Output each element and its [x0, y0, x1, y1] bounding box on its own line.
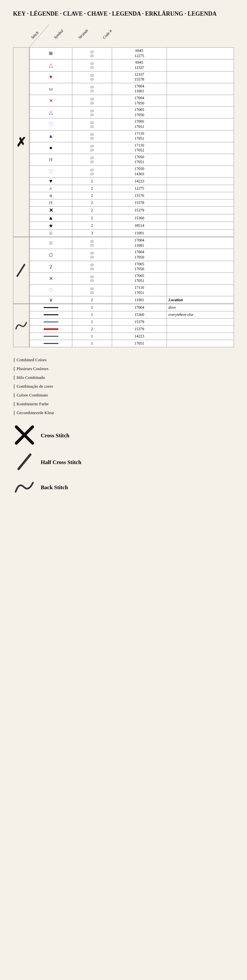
location-cell	[167, 318, 234, 326]
half-cross-stitch-section: ⊞ {1{1 1700411001 ∅ {1{1 1700417050 2 {1…	[13, 237, 234, 304]
code-cell: 1700517051	[112, 118, 166, 130]
location-cell	[167, 118, 234, 130]
table-row: ♡ {1{1 1700517051	[30, 118, 234, 130]
code-cell: 1700417050	[112, 249, 166, 261]
combined-line-7: Gecombineerde Kleur	[13, 408, 234, 417]
code-cell: 15360	[112, 311, 166, 318]
svg-text:Symbol: Symbol	[53, 29, 64, 40]
location-cell	[167, 166, 234, 178]
location-cell: everywhere else	[167, 311, 234, 318]
table-row: ● {1{1 1711017052	[30, 142, 234, 154]
code-cell: 1700411001	[112, 83, 166, 95]
strands-cell: 3	[72, 230, 112, 237]
location-cell	[167, 340, 234, 347]
code-cell: 15379	[112, 318, 166, 326]
line-cell	[30, 318, 72, 326]
half-cross-stitch-svg	[15, 452, 34, 472]
code-cell: 14223	[112, 333, 166, 340]
half-cross-stitch-marker	[13, 237, 29, 304]
code-cell: 11001	[112, 296, 166, 304]
symbol-cell: ∨	[30, 296, 72, 304]
svg-text:Code #: Code #	[102, 29, 113, 40]
table-row: ♥ 2 14223	[30, 178, 234, 185]
symbol-cell: ♡	[30, 166, 72, 178]
svg-line-11	[19, 455, 30, 469]
location-cell	[167, 59, 234, 71]
combined-line-6: Kombinierte Farbe	[13, 399, 234, 408]
table-row: ⊞ 3 11001	[30, 230, 234, 237]
line-cell	[30, 326, 72, 333]
table-row: 2 15379	[30, 326, 234, 333]
back-stitch-label: Back Stitch	[41, 484, 68, 491]
symbol-cell: ∅	[30, 249, 72, 261]
strands-cell: {1{1	[72, 237, 112, 249]
table-row: ✕ 2 15379	[30, 207, 234, 215]
strands-cell: 2	[72, 192, 112, 199]
cross-stitch-section: ✗ ⊞ {1{1 694512275 △ {1{1 694512337	[13, 47, 234, 237]
code-cell: 1705014303	[112, 166, 166, 178]
table-row: 1 14223	[30, 333, 234, 340]
code-cell: 15576	[112, 192, 166, 199]
page-title: KEY · LÉGENDE · CLAVE · CHAVE · LEGENDA …	[13, 10, 234, 18]
combined-colors-note: Combined Colors Plusieurs Couleurs Hilo …	[13, 355, 234, 417]
strands-cell: 2	[72, 185, 112, 192]
location-cell: Location	[167, 296, 234, 304]
page: KEY · LÉGENDE · CLAVE · CHAVE · LEGENDA …	[0, 0, 247, 512]
code-cell: 1711017051	[112, 130, 166, 142]
line-cell	[30, 340, 72, 347]
location-cell	[167, 237, 234, 249]
strands-cell: 1	[72, 311, 112, 318]
location-cell	[167, 154, 234, 165]
strands-cell: 2	[72, 326, 112, 333]
code-cell: 18514	[112, 222, 166, 230]
table-row: ω {1{1 1700411001	[30, 83, 234, 95]
back-stitch-legend-icon	[13, 479, 36, 496]
location-cell	[167, 199, 234, 207]
location-cell	[167, 107, 234, 118]
location-cell	[167, 48, 234, 59]
cross-stitch-icon: ✗	[16, 135, 26, 150]
table-row: ▲ 2 15360	[30, 215, 234, 222]
combined-line-4: Combinação de cores	[13, 382, 234, 391]
location-cell	[167, 83, 234, 95]
strands-cell: 1	[72, 318, 112, 326]
code-cell: 694512337	[112, 59, 166, 71]
table-row: ⊞ {1{1 694512275	[30, 48, 234, 59]
table-row: e 2 12275	[30, 185, 234, 192]
table-row: ✕ {1{1 1700517051	[30, 272, 234, 284]
symbol-cell: ✕	[30, 95, 72, 107]
table-row: H 2 15578	[30, 199, 234, 207]
code-cell: 11001	[112, 230, 166, 237]
strands-cell: {1{1	[72, 83, 112, 95]
location-cell	[167, 285, 234, 296]
table-row: △ {1{1 694512337	[30, 59, 234, 71]
symbol-cell: △	[30, 107, 72, 118]
code-cell: 1700517050	[112, 107, 166, 118]
combined-line-2: Plusieurs Couleurs	[13, 364, 234, 373]
symbol-cell: ★	[30, 222, 72, 230]
table-row: ♡ {1{1 1711017051	[30, 285, 234, 296]
symbol-cell: ♡	[30, 118, 72, 130]
table-row: 2 {1{1 1700517050	[30, 261, 234, 272]
cross-stitch-marker: ✗	[13, 47, 29, 237]
strands-cell: {1{1	[72, 59, 112, 71]
strands-cell: {1{1	[72, 249, 112, 261]
code-cell: 15379	[112, 326, 166, 333]
symbol-cell: 2	[30, 261, 72, 272]
strands-cell: {1{1	[72, 71, 112, 83]
table-row: ∨ 2 11001 Location	[30, 296, 234, 304]
half-cross-stitch-label: Half Cross Stitch	[41, 459, 81, 466]
code-cell: 15379	[112, 207, 166, 215]
strands-cell: {1{1	[72, 166, 112, 178]
table-row: ✕ {1{1 1700417050	[30, 95, 234, 107]
back-stitch-table: 1 17004 dove 1 15360 everywhere else	[29, 304, 234, 347]
symbol-cell: ♡	[30, 285, 72, 296]
table-row: H {1{1 1705017051	[30, 154, 234, 165]
location-cell	[167, 207, 234, 215]
cross-stitch-table: ⊞ {1{1 694512275 △ {1{1 694512337 ♥ {1{1…	[29, 47, 234, 237]
half-cross-icon	[15, 263, 28, 278]
location-cell	[167, 192, 234, 199]
location-cell	[167, 249, 234, 261]
symbol-cell: H	[30, 199, 72, 207]
cross-stitch-legend-icon	[13, 425, 36, 446]
